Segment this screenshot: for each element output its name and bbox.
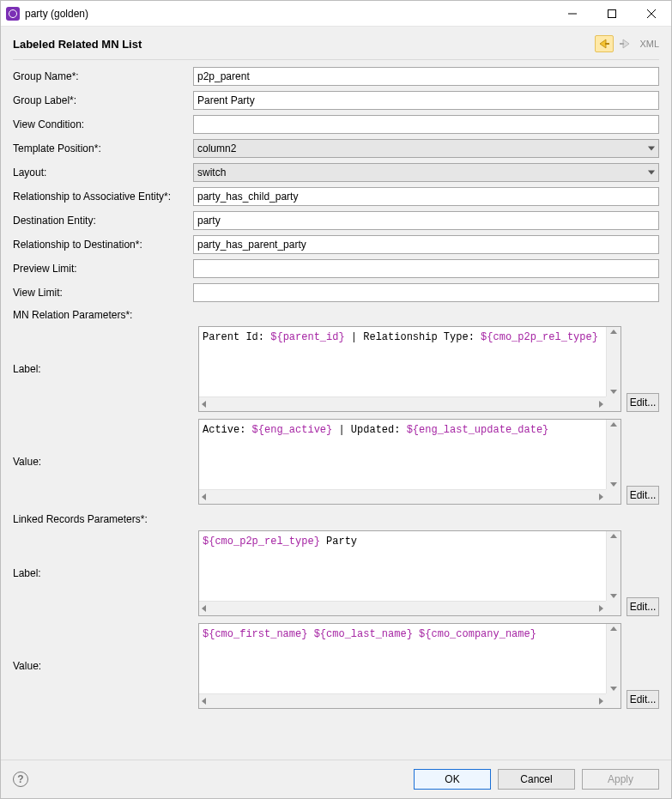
- scrollbar-horizontal[interactable]: [199, 489, 606, 504]
- mn-value-content[interactable]: Active: ${eng_active} | Updated: ${eng_l…: [199, 420, 621, 489]
- template-position-value: column2: [197, 142, 236, 154]
- label-mn-value: Value:: [13, 456, 193, 468]
- label-group-name: Group Name*:: [13, 69, 193, 84]
- label-rel-to-assoc: Relationship to Associative Entity*:: [13, 189, 193, 204]
- label-preview-limit: Preview Limit:: [13, 261, 193, 276]
- maximize-button[interactable]: [592, 1, 632, 27]
- page-title: Labeled Related MN List: [13, 38, 595, 51]
- dialog-window: party (golden) Labeled Related MN List X…: [0, 0, 672, 799]
- dest-entity-input[interactable]: [193, 211, 659, 230]
- mn-value-textarea[interactable]: Active: ${eng_active} | Updated: ${eng_l…: [198, 419, 621, 505]
- linked-label-edit-button[interactable]: Edit...: [627, 597, 659, 616]
- button-bar: ? OK Cancel Apply: [1, 760, 671, 798]
- app-icon: [6, 7, 20, 21]
- label-linked-value: Value:: [13, 660, 193, 672]
- cancel-button[interactable]: Cancel: [498, 769, 575, 790]
- label-view-condition: View Condition:: [13, 117, 193, 132]
- label-mn-label: Label:: [13, 363, 193, 375]
- window-title: party (golden): [25, 8, 88, 20]
- mn-label-textarea[interactable]: Parent Id: ${parent_id} | Relationship T…: [198, 326, 621, 412]
- linked-label-content[interactable]: ${cmo_p2p_rel_type} Party: [199, 531, 621, 601]
- view-condition-input[interactable]: [193, 115, 659, 134]
- label-group-label: Group Label*:: [13, 93, 193, 108]
- group-label-input[interactable]: [193, 91, 659, 110]
- linked-label-textarea[interactable]: ${cmo_p2p_rel_type} Party: [198, 530, 621, 616]
- layout-value: switch: [197, 166, 226, 179]
- linked-value-textarea[interactable]: ${cmo_first_name} ${cmo_last_name} ${cmo…: [198, 623, 621, 709]
- xml-mode-label[interactable]: XML: [639, 39, 659, 49]
- scrollbar-vertical[interactable]: [606, 327, 621, 396]
- apply-button: Apply: [582, 769, 659, 790]
- template-position-select[interactable]: column2: [193, 139, 659, 158]
- label-template-position: Template Position*:: [13, 141, 193, 156]
- scrollbar-vertical[interactable]: [606, 624, 621, 693]
- ok-button[interactable]: OK: [414, 769, 491, 790]
- chevron-down-icon: [648, 171, 655, 175]
- close-button[interactable]: [632, 1, 671, 27]
- header-divider: [13, 59, 659, 60]
- rel-to-assoc-input[interactable]: [193, 187, 659, 206]
- nav-buttons: XML: [595, 35, 659, 52]
- header: Labeled Related MN List XML: [1, 27, 671, 56]
- nav-back-button[interactable]: [595, 35, 614, 52]
- scrollbar-vertical[interactable]: [606, 420, 621, 489]
- scrollbar-horizontal[interactable]: [199, 693, 606, 708]
- label-dest-entity: Destination Entity:: [13, 213, 193, 228]
- mn-value-edit-button[interactable]: Edit...: [627, 486, 659, 505]
- nav-forward-button[interactable]: [615, 35, 634, 52]
- label-view-limit: View Limit:: [13, 285, 193, 300]
- form-area: Group Name*: Group Label*: View Conditio…: [1, 67, 671, 760]
- scrollbar-vertical[interactable]: [606, 531, 621, 601]
- mn-label-edit-button[interactable]: Edit...: [627, 393, 659, 412]
- minimize-button[interactable]: [553, 1, 592, 27]
- linked-value-edit-button[interactable]: Edit...: [627, 690, 659, 709]
- mn-label-content[interactable]: Parent Id: ${parent_id} | Relationship T…: [199, 327, 621, 396]
- title-bar: party (golden): [1, 1, 671, 27]
- label-mn-params: MN Relation Parameters*:: [13, 307, 193, 321]
- rel-to-dest-input[interactable]: [193, 235, 659, 254]
- preview-limit-input[interactable]: [193, 259, 659, 278]
- group-name-input[interactable]: [193, 67, 659, 86]
- label-linked-label: Label:: [13, 567, 193, 579]
- help-icon[interactable]: ?: [13, 772, 28, 787]
- scrollbar-horizontal[interactable]: [199, 396, 606, 411]
- chevron-down-icon: [648, 147, 655, 151]
- label-linked-params: Linked Records Parameters*:: [13, 511, 193, 525]
- view-limit-input[interactable]: [193, 283, 659, 302]
- scrollbar-horizontal[interactable]: [199, 601, 606, 615]
- svg-rect-1: [608, 9, 616, 17]
- layout-select[interactable]: switch: [193, 163, 659, 182]
- linked-value-content[interactable]: ${cmo_first_name} ${cmo_last_name} ${cmo…: [199, 624, 621, 693]
- label-layout: Layout:: [13, 165, 193, 180]
- label-rel-to-dest: Relationship to Destination*:: [13, 237, 193, 252]
